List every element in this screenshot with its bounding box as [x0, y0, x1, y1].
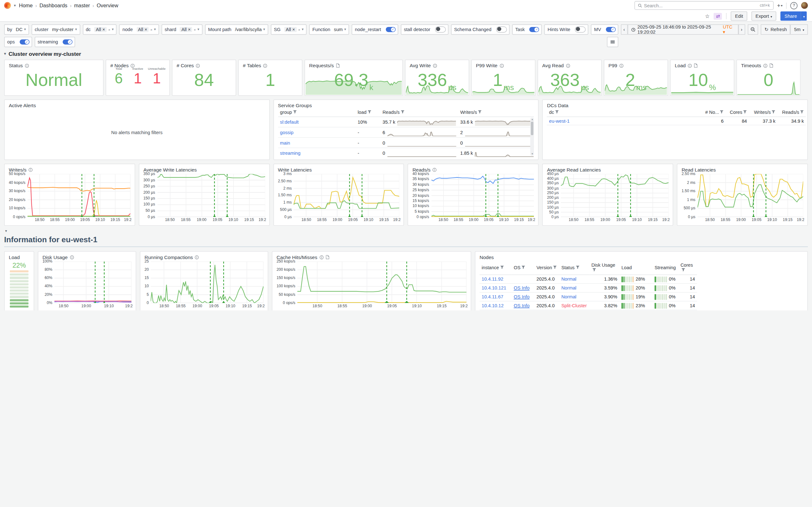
share-caret-button[interactable]: ▾	[801, 11, 807, 20]
column-header[interactable]: dc	[547, 108, 702, 117]
column-header[interactable]: instance	[479, 261, 511, 275]
chart-title[interactable]: Average Read Latencies	[547, 167, 669, 172]
clear-icon[interactable]: ×	[298, 27, 300, 31]
filter-node[interactable]: nodeAll ××▾	[119, 24, 159, 35]
column-header[interactable]: Writes/s	[458, 108, 534, 117]
filter-funnel-icon[interactable]	[401, 110, 404, 114]
instance-link[interactable]: 10.4.10.12	[482, 303, 504, 308]
panel-title[interactable]: Active Alerts	[9, 102, 265, 108]
plot-area[interactable]: 18:5018:5519:0019:0519:1019:1519:2	[294, 174, 400, 217]
filter-by[interactable]: byDC▾	[4, 24, 29, 35]
refresh-button[interactable]: ↻Refresh	[761, 24, 791, 35]
instance-link[interactable]: 10.4.10.121	[482, 285, 506, 290]
chart-title[interactable]: Disk Usage	[43, 254, 131, 260]
column-header[interactable]: OS	[512, 261, 534, 275]
stall-detector-toggle[interactable]	[435, 26, 446, 33]
plot-area[interactable]: 18:5019:0019:1019:2	[55, 262, 131, 303]
column-header[interactable]: Reads/s	[381, 108, 458, 117]
row-collapse-chevron-icon[interactable]: ▾	[5, 229, 808, 233]
shared-dashboard-icon[interactable]: ⇄	[714, 13, 722, 19]
chart-title[interactable]: Average Write Latencies	[143, 167, 265, 172]
status-link[interactable]: Normal	[561, 277, 576, 282]
plot-area[interactable]: 18:5018:5519:0019:0519:1019:1519:2	[431, 174, 534, 217]
chart-title[interactable]: Reads/s	[412, 167, 534, 172]
filter-funnel-icon[interactable]	[720, 110, 723, 114]
filter-chip[interactable]: All ×	[284, 27, 296, 32]
ops-toggle[interactable]: ✓	[19, 39, 29, 44]
column-header[interactable]: Cores	[679, 261, 697, 275]
node_restart-toggle[interactable]: ✓	[386, 27, 396, 32]
column-header[interactable]: Streaming	[652, 261, 679, 275]
filter-funnel-icon[interactable]	[555, 110, 559, 114]
search-input[interactable]: Search... ctrl+k	[634, 1, 773, 10]
plot-area[interactable]: 18:5018:5519:0019:0519:1019:1519:2	[561, 174, 669, 217]
breadcrumb-item[interactable]: Dashboards	[39, 3, 67, 8]
time-range-picker[interactable]: 2025-09-25 18:46:09 to 2025-09-25 19:20:…	[628, 24, 738, 35]
column-header[interactable]: Status	[559, 261, 589, 275]
panel-title[interactable]: Load	[9, 254, 30, 260]
filter-Mount-path[interactable]: Mount path/var/lib/scylla▾	[205, 24, 268, 35]
star-icon[interactable]: ☆	[705, 13, 710, 19]
filter-funnel-icon[interactable]	[522, 266, 525, 269]
column-header[interactable]: Disk Usage	[589, 261, 620, 275]
chart-title[interactable]: Cache Hits/Misses	[277, 254, 466, 260]
nav-menu-chevron-icon[interactable]: ▾	[14, 3, 16, 8]
service-group-link[interactable]: streaming	[280, 150, 301, 155]
column-header[interactable]: Cores	[726, 108, 749, 117]
filter-chip[interactable]: All ×	[136, 27, 149, 32]
column-header[interactable]: Version	[534, 261, 559, 275]
os-info-link[interactable]: OS Info	[514, 294, 529, 299]
filter-cluster[interactable]: clustermy-cluster▾	[32, 24, 80, 35]
clear-icon[interactable]: ×	[150, 27, 153, 31]
filter-funnel-icon[interactable]	[367, 110, 371, 114]
time-forward-button[interactable]: ›	[738, 24, 745, 35]
os-info-link[interactable]: OS Info	[514, 285, 529, 290]
column-header[interactable]: Writes/s	[749, 108, 777, 117]
column-header[interactable]: Load	[619, 261, 652, 275]
dc-link[interactable]: eu-west-1	[549, 118, 570, 123]
user-avatar[interactable]	[801, 2, 808, 9]
plot-area[interactable]: 18:5018:5519:0019:0519:1019:1519:2	[297, 262, 467, 303]
column-header[interactable]: Reads/s	[777, 108, 806, 117]
panel-title[interactable]: Nodes	[479, 254, 803, 260]
filter-dc[interactable]: dcAll ××▾	[83, 24, 117, 35]
breadcrumb[interactable]: Home›Dashboards›master›Overview	[19, 3, 118, 8]
export-button[interactable]: Export▾	[751, 11, 776, 20]
service-group-link[interactable]: gossip	[280, 130, 293, 135]
filter-funnel-icon[interactable]	[772, 110, 775, 114]
filter-funnel-icon[interactable]	[681, 268, 685, 272]
breadcrumb-item[interactable]: master	[74, 3, 90, 8]
column-header[interactable]: group	[278, 108, 356, 117]
MV-toggle[interactable]: ✓	[606, 27, 616, 32]
section-cluster-overview[interactable]: ▾ Cluster overview my-cluster	[4, 51, 808, 57]
kiosk-menu-button[interactable]	[607, 37, 618, 47]
instance-link[interactable]: 10.4.11.92	[482, 277, 503, 282]
column-header[interactable]: load	[356, 108, 381, 117]
filter-chip[interactable]: All ×	[180, 27, 192, 32]
filter-funnel-icon[interactable]	[500, 266, 504, 269]
Hints-Write-toggle[interactable]	[575, 26, 586, 33]
filter-funnel-icon[interactable]	[800, 110, 804, 114]
panel-title[interactable]: Service Groups	[278, 102, 534, 108]
panel-title[interactable]: DCs Data	[547, 102, 803, 108]
filter-funnel-icon[interactable]	[293, 110, 296, 114]
breadcrumb-item[interactable]: Overview	[97, 3, 118, 8]
clear-icon[interactable]: ×	[108, 27, 110, 31]
add-button[interactable]: +▾	[777, 2, 782, 9]
breadcrumb-item[interactable]: Home	[19, 3, 33, 8]
refresh-interval-select[interactable]: 5m▾	[791, 24, 808, 35]
filter-shard[interactable]: shardAll ××▾	[161, 24, 202, 35]
scrollbar[interactable]: ▲▼	[530, 118, 534, 156]
plot-area[interactable]: 18:5018:5519:0019:0519:1019:1519:2	[157, 174, 265, 217]
grafana-logo-icon[interactable]	[4, 2, 11, 9]
help-icon[interactable]: ?	[790, 2, 797, 9]
plot-area[interactable]: 18:5018:5519:0019:0519:1019:1519:2	[698, 174, 803, 217]
filter-funnel-icon[interactable]	[553, 266, 557, 269]
zoom-out-button[interactable]	[748, 24, 758, 35]
plot-area[interactable]: 18:5018:5519:0019:0519:1019:1519:2	[151, 262, 264, 303]
chart-title[interactable]: Write Latencies	[278, 167, 400, 172]
filter-funnel-icon[interactable]	[478, 110, 482, 114]
share-button[interactable]: Share	[780, 11, 801, 20]
time-back-button[interactable]: ‹	[621, 24, 628, 35]
Schema-Changed-toggle[interactable]	[496, 26, 507, 33]
